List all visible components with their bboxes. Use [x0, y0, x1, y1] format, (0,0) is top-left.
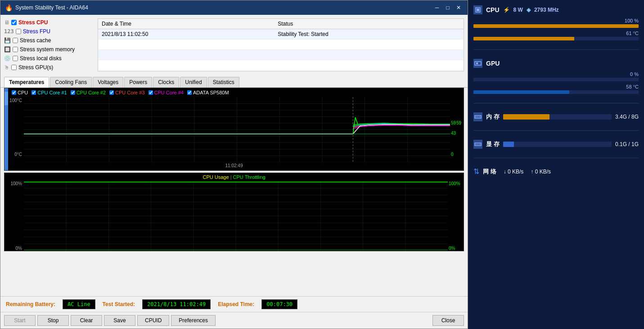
cpu-usage-row: 100 %	[473, 18, 639, 28]
status-header: Status	[274, 19, 464, 29]
legend-core4-checkbox[interactable]	[149, 90, 153, 95]
save-button[interactable]: Save	[104, 315, 135, 326]
gpu-usage-row: 0 %	[473, 71, 639, 81]
window-content: 🖥 Stress CPU 123 Stress FPU 💾 Stress cac…	[0, 15, 468, 329]
tabs-bar: Temperatures Cooling Fans Voltages Power…	[0, 75, 468, 88]
minimize-button[interactable]: ─	[432, 3, 441, 12]
chart-timestamp: 11:02:49	[5, 162, 464, 169]
memory-bar	[503, 114, 612, 120]
app-icon: 🔥	[5, 4, 13, 11]
vram-row: 显 存 0.1G / 1G	[473, 140, 639, 149]
fpu-icon: 123	[4, 28, 14, 35]
legend-cpu-checkbox[interactable]	[12, 90, 16, 95]
legend-core1: CPU Core #1	[32, 90, 67, 95]
legend-core1-checkbox[interactable]	[32, 90, 36, 95]
legend-core2-label: CPU Core #2	[77, 90, 106, 95]
svg-rect-39	[477, 9, 479, 11]
memory-icon: 🔲	[4, 46, 11, 53]
memory-fill	[503, 114, 550, 120]
cpu-hw-icon	[473, 5, 482, 14]
elapsed-time-value: 00:07:30	[261, 299, 297, 309]
tab-temperatures[interactable]: Temperatures	[4, 77, 49, 88]
tab-clocks[interactable]: Clocks	[153, 77, 179, 87]
divider-4	[473, 158, 639, 158]
gpu-temp-row: 58 °C	[473, 84, 639, 94]
memory-hw-icon	[473, 112, 482, 121]
scrollbar-left[interactable]	[5, 88, 8, 170]
timestamp-value: 11:02:49	[225, 163, 243, 168]
cpu-freq: 2793 MHz	[534, 7, 559, 13]
stress-cpu-checkbox[interactable]	[11, 20, 17, 25]
stress-cache-checkbox[interactable]	[13, 38, 18, 43]
maximize-button[interactable]: □	[443, 3, 452, 12]
cpu-y-right-min: 0%	[449, 246, 455, 251]
button-bar: Start Stop Clear Save CPUID Preferences …	[0, 312, 468, 329]
gpu-header: GPU	[473, 59, 639, 68]
legend-adata-checkbox[interactable]	[187, 90, 192, 95]
vram-hw-icon	[473, 140, 482, 149]
elapsed-time-label: Elapsed Time:	[218, 301, 254, 307]
stress-cpu-item: 🖥 Stress CPU	[4, 18, 94, 27]
y-right-mid: 43	[451, 131, 456, 136]
cpu-icon: 🖥	[4, 19, 9, 26]
vram-bar	[503, 142, 612, 147]
table-row-empty-1	[98, 40, 464, 50]
charts-area: CPU CPU Core #1 CPU Core #2 CPU Core #3	[0, 88, 468, 296]
cpu-usage-pct: 100 %	[473, 18, 639, 23]
stress-gpu-checkbox[interactable]	[11, 65, 17, 70]
svg-rect-41	[476, 62, 478, 64]
memory-label: 内 存	[486, 113, 500, 121]
stress-memory-checkbox[interactable]	[13, 47, 18, 52]
vram-value: 0.1G / 1G	[615, 141, 639, 147]
gpu-usage-pct: 0 %	[473, 71, 639, 77]
svg-rect-49	[479, 144, 480, 145]
memory-module-icon	[474, 113, 482, 120]
network-label: 网 络	[483, 168, 496, 176]
legend-core4-label: CPU Core #4	[154, 90, 184, 95]
stress-memory-label: Stress system memory	[20, 46, 75, 53]
stop-button[interactable]: Stop	[37, 315, 69, 326]
temperature-chart: CPU CPU Core #1 CPU Core #2 CPU Core #3	[4, 88, 464, 171]
stress-fpu-checkbox[interactable]	[16, 29, 21, 34]
cpu-usage-svg	[24, 181, 448, 251]
cpu-usage-label: CPU Usage	[203, 174, 229, 180]
close-button[interactable]: ✕	[454, 3, 463, 12]
tab-powers[interactable]: Powers	[124, 77, 152, 87]
cpu-label: CPU	[486, 6, 500, 13]
datetime-header: Date & Time	[98, 19, 274, 29]
cpuid-button[interactable]: CPUID	[137, 315, 169, 326]
legend-core2-checkbox[interactable]	[71, 90, 75, 95]
tab-statistics[interactable]: Statistics	[208, 77, 239, 87]
legend-core1-label: CPU Core #1	[37, 90, 67, 95]
vram-fill	[503, 142, 514, 147]
close-button-bar[interactable]: Close	[432, 315, 464, 326]
gpu-section: GPU 0 % 58 °C	[473, 59, 639, 94]
tab-voltages[interactable]: Voltages	[93, 77, 123, 87]
start-button[interactable]: Start	[4, 315, 36, 326]
vram-label: 显 存	[486, 140, 500, 148]
title-bar: 🔥 System Stability Test - AIDA64 ─ □ ✕	[0, 0, 468, 15]
vram-section: 显 存 0.1G / 1G	[473, 140, 639, 149]
datetime-cell: 2021/8/13 11:02:50	[98, 29, 274, 40]
clear-button[interactable]: Clear	[71, 315, 102, 326]
stress-disks-checkbox[interactable]	[13, 56, 18, 61]
right-panel: CPU ⚡ 8 W ◈ 2793 MHz 100 % 61 °C	[468, 0, 644, 329]
scrollbar-thumb[interactable]	[5, 92, 8, 105]
legend-core2: CPU Core #2	[71, 90, 106, 95]
preferences-button[interactable]: Preferences	[171, 315, 216, 326]
test-started-value: 2021/8/13 11:02:49	[142, 299, 211, 309]
legend-core3-checkbox[interactable]	[109, 90, 114, 95]
tab-unified[interactable]: Unified	[180, 77, 207, 87]
memory-section: 内 存 3.4G / 8G	[473, 112, 639, 121]
stress-options-panel: 🖥 Stress CPU 123 Stress FPU 💾 Stress cac…	[4, 18, 94, 71]
window-title: System Stability Test - AIDA64	[15, 4, 88, 11]
tab-cooling-fans[interactable]: Cooling Fans	[50, 77, 92, 87]
stress-fpu-item: 123 Stress FPU	[4, 27, 94, 36]
stress-cache-item: 💾 Stress cache	[4, 36, 94, 44]
cpu-y-min: 0%	[16, 246, 22, 251]
legend-core4: CPU Core #4	[149, 90, 184, 95]
legend-core3-label: CPU Core #3	[115, 90, 144, 95]
status-table: Date & Time Status 2021/8/13 11:02:50 St…	[98, 19, 464, 71]
gpu-temp-bar	[473, 90, 639, 94]
table-row-empty-3	[98, 60, 464, 71]
